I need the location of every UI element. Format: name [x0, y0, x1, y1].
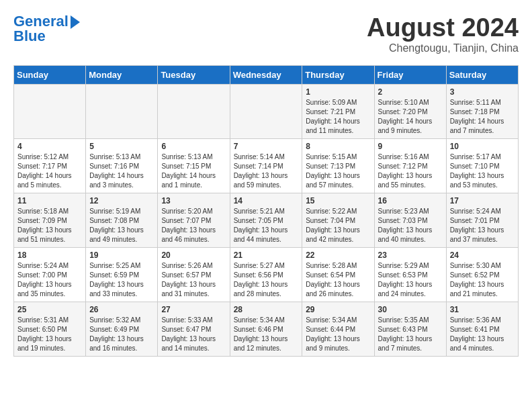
day-info: Sunrise: 5:33 AM Sunset: 6:47 PM Dayligh… [161, 316, 226, 353]
day-number: 19 [89, 250, 154, 260]
day-info: Sunrise: 5:25 AM Sunset: 6:59 PM Dayligh… [89, 261, 154, 299]
day-number: 2 [378, 87, 443, 97]
calendar-cell [230, 85, 302, 139]
calendar-week-row: 11Sunrise: 5:18 AM Sunset: 7:09 PM Dayli… [14, 193, 519, 248]
calendar-cell: 31Sunrise: 5:36 AM Sunset: 6:41 PM Dayli… [446, 302, 518, 357]
day-number: 13 [161, 196, 226, 205]
calendar-week-row: 25Sunrise: 5:31 AM Sunset: 6:50 PM Dayli… [14, 302, 519, 357]
header-sunday: Sunday [14, 66, 86, 85]
day-number: 7 [234, 142, 299, 151]
day-number: 14 [234, 196, 299, 205]
day-number: 6 [161, 142, 226, 151]
header-monday: Monday [86, 66, 158, 85]
header-thursday: Thursday [302, 66, 374, 85]
calendar-cell: 27Sunrise: 5:33 AM Sunset: 6:47 PM Dayli… [158, 302, 230, 357]
day-number: 3 [450, 87, 515, 97]
calendar-cell: 14Sunrise: 5:21 AM Sunset: 7:05 PM Dayli… [230, 193, 302, 248]
day-number: 11 [17, 196, 82, 205]
calendar-cell: 5Sunrise: 5:13 AM Sunset: 7:16 PM Daylig… [86, 139, 158, 193]
day-info: Sunrise: 5:09 AM Sunset: 7:21 PM Dayligh… [306, 98, 370, 136]
day-info: Sunrise: 5:20 AM Sunset: 7:07 PM Dayligh… [161, 207, 226, 244]
day-info: Sunrise: 5:29 AM Sunset: 6:53 PM Dayligh… [378, 261, 443, 299]
calendar-cell [86, 85, 158, 139]
calendar-cell: 1Sunrise: 5:09 AM Sunset: 7:21 PM Daylig… [302, 85, 374, 139]
calendar-cell: 2Sunrise: 5:10 AM Sunset: 7:20 PM Daylig… [374, 85, 446, 139]
day-info: Sunrise: 5:30 AM Sunset: 6:52 PM Dayligh… [450, 261, 515, 299]
day-number: 10 [450, 142, 515, 151]
location: Chengtougu, Tianjin, China [367, 42, 519, 54]
day-number: 26 [89, 305, 154, 314]
day-info: Sunrise: 5:13 AM Sunset: 7:15 PM Dayligh… [161, 152, 226, 190]
calendar-cell: 22Sunrise: 5:28 AM Sunset: 6:54 PM Dayli… [302, 248, 374, 302]
calendar-cell: 17Sunrise: 5:24 AM Sunset: 7:01 PM Dayli… [446, 193, 518, 248]
day-number: 24 [450, 250, 515, 260]
header-saturday: Saturday [446, 66, 518, 85]
day-number: 18 [17, 250, 82, 260]
day-info: Sunrise: 5:19 AM Sunset: 7:08 PM Dayligh… [89, 207, 154, 244]
calendar-cell: 25Sunrise: 5:31 AM Sunset: 6:50 PM Dayli… [14, 302, 86, 357]
calendar-cell: 3Sunrise: 5:11 AM Sunset: 7:18 PM Daylig… [446, 85, 518, 139]
day-info: Sunrise: 5:22 AM Sunset: 7:04 PM Dayligh… [306, 207, 370, 244]
calendar-cell: 23Sunrise: 5:29 AM Sunset: 6:53 PM Dayli… [374, 248, 446, 302]
day-number: 12 [89, 196, 154, 205]
day-number: 9 [378, 142, 443, 151]
day-info: Sunrise: 5:23 AM Sunset: 7:03 PM Dayligh… [378, 207, 443, 244]
header-wednesday: Wednesday [230, 66, 302, 85]
calendar-cell: 13Sunrise: 5:20 AM Sunset: 7:07 PM Dayli… [158, 193, 230, 248]
calendar-week-row: 4Sunrise: 5:12 AM Sunset: 7:17 PM Daylig… [14, 139, 519, 193]
day-info: Sunrise: 5:35 AM Sunset: 6:43 PM Dayligh… [378, 316, 443, 353]
day-number: 8 [306, 142, 370, 151]
day-number: 29 [306, 305, 370, 314]
day-info: Sunrise: 5:11 AM Sunset: 7:18 PM Dayligh… [450, 98, 515, 136]
logo-arrow-icon [71, 15, 80, 29]
day-info: Sunrise: 5:13 AM Sunset: 7:16 PM Dayligh… [89, 152, 154, 190]
day-number: 25 [17, 305, 82, 314]
calendar-week-row: 18Sunrise: 5:24 AM Sunset: 7:00 PM Dayli… [14, 248, 519, 302]
calendar-cell: 29Sunrise: 5:34 AM Sunset: 6:44 PM Dayli… [302, 302, 374, 357]
calendar-cell: 21Sunrise: 5:27 AM Sunset: 6:56 PM Dayli… [230, 248, 302, 302]
logo: General Blue [13, 13, 80, 44]
calendar-cell: 7Sunrise: 5:14 AM Sunset: 7:14 PM Daylig… [230, 139, 302, 193]
header-tuesday: Tuesday [158, 66, 230, 85]
calendar-header-row: SundayMondayTuesdayWednesdayThursdayFrid… [14, 66, 519, 85]
day-number: 27 [161, 305, 226, 314]
calendar-cell: 16Sunrise: 5:23 AM Sunset: 7:03 PM Dayli… [374, 193, 446, 248]
calendar-cell: 24Sunrise: 5:30 AM Sunset: 6:52 PM Dayli… [446, 248, 518, 302]
month-title: August 2024 [367, 13, 519, 42]
day-info: Sunrise: 5:36 AM Sunset: 6:41 PM Dayligh… [450, 316, 515, 353]
day-info: Sunrise: 5:14 AM Sunset: 7:14 PM Dayligh… [234, 152, 299, 190]
day-number: 30 [378, 305, 443, 314]
calendar-cell: 11Sunrise: 5:18 AM Sunset: 7:09 PM Dayli… [14, 193, 86, 248]
day-info: Sunrise: 5:15 AM Sunset: 7:13 PM Dayligh… [306, 152, 370, 190]
header-friday: Friday [374, 66, 446, 85]
day-info: Sunrise: 5:34 AM Sunset: 6:46 PM Dayligh… [234, 316, 299, 353]
day-info: Sunrise: 5:32 AM Sunset: 6:49 PM Dayligh… [89, 316, 154, 353]
day-number: 16 [378, 196, 443, 205]
day-number: 21 [234, 250, 299, 260]
calendar-cell: 8Sunrise: 5:15 AM Sunset: 7:13 PM Daylig… [302, 139, 374, 193]
day-number: 22 [306, 250, 370, 260]
day-info: Sunrise: 5:27 AM Sunset: 6:56 PM Dayligh… [234, 261, 299, 299]
day-info: Sunrise: 5:34 AM Sunset: 6:44 PM Dayligh… [306, 316, 370, 353]
calendar-cell: 26Sunrise: 5:32 AM Sunset: 6:49 PM Dayli… [86, 302, 158, 357]
day-info: Sunrise: 5:28 AM Sunset: 6:54 PM Dayligh… [306, 261, 370, 299]
calendar-cell [14, 85, 86, 139]
calendar-cell [158, 85, 230, 139]
day-number: 23 [378, 250, 443, 260]
calendar-cell: 12Sunrise: 5:19 AM Sunset: 7:08 PM Dayli… [86, 193, 158, 248]
day-number: 28 [234, 305, 299, 314]
title-area: August 2024 Chengtougu, Tianjin, China [367, 13, 519, 54]
day-number: 15 [306, 196, 370, 205]
calendar-cell: 19Sunrise: 5:25 AM Sunset: 6:59 PM Dayli… [86, 248, 158, 302]
day-number: 17 [450, 196, 515, 205]
day-info: Sunrise: 5:24 AM Sunset: 7:01 PM Dayligh… [450, 207, 515, 244]
calendar-cell: 6Sunrise: 5:13 AM Sunset: 7:15 PM Daylig… [158, 139, 230, 193]
day-info: Sunrise: 5:16 AM Sunset: 7:12 PM Dayligh… [378, 152, 443, 190]
day-info: Sunrise: 5:26 AM Sunset: 6:57 PM Dayligh… [161, 261, 226, 299]
calendar-cell: 4Sunrise: 5:12 AM Sunset: 7:17 PM Daylig… [14, 139, 86, 193]
calendar-cell: 30Sunrise: 5:35 AM Sunset: 6:43 PM Dayli… [374, 302, 446, 357]
day-info: Sunrise: 5:24 AM Sunset: 7:00 PM Dayligh… [17, 261, 82, 299]
day-info: Sunrise: 5:10 AM Sunset: 7:20 PM Dayligh… [378, 98, 443, 136]
logo-blue: Blue [13, 28, 80, 44]
day-info: Sunrise: 5:12 AM Sunset: 7:17 PM Dayligh… [17, 152, 82, 190]
